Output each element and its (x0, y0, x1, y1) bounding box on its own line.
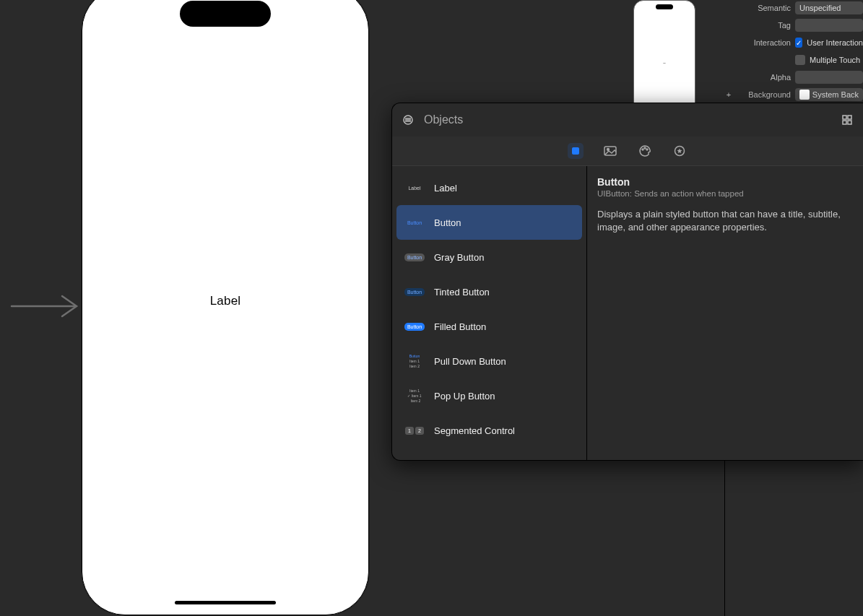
library-item-text: Filled Button (434, 321, 486, 332)
segmented-thumb-icon: 12 (404, 420, 425, 441)
library-item-text: Gray Button (434, 252, 484, 263)
inspector-background-field[interactable]: System Back (795, 88, 863, 101)
svg-point-13 (644, 147, 646, 149)
library-item-popup-button[interactable]: Item 1✓ Item 1 Item 2 Pop Up Button (396, 378, 582, 413)
library-detail-title: Button (597, 176, 853, 188)
button-thumb-icon: Button (404, 212, 425, 233)
inspector-user-interaction-text: User Interaction (807, 38, 863, 47)
library-item-text: Pop Up Button (434, 391, 495, 402)
library-item-tinted-button[interactable]: Button Tinted Button (396, 274, 582, 309)
tinted-button-thumb-icon: Button (404, 281, 425, 303)
object-library: Objects Label Label B (391, 103, 863, 461)
library-item-pulldown-button[interactable]: ButtonItem 1Item 2 Pull Down Button (396, 344, 582, 378)
inspector-background-value: System Back (812, 90, 859, 99)
inspector-tag-label: Tag (733, 21, 795, 30)
inspector-alpha-field[interactable] (795, 71, 863, 84)
inspector-semantic-label: Semantic (733, 4, 795, 12)
preview-label: -- (634, 61, 695, 65)
add-background-button[interactable]: + (724, 90, 733, 99)
filter-media-icon[interactable] (602, 143, 618, 159)
gray-button-thumb-icon: Button (404, 246, 425, 268)
home-indicator (175, 601, 276, 604)
popup-thumb-icon: Item 1✓ Item 1 Item 2 (404, 385, 425, 407)
device-canvas[interactable]: Label (82, 0, 369, 615)
check-icon: ✓ (795, 38, 802, 48)
library-item-label[interactable]: Label Label (396, 170, 582, 205)
inspector-multiple-touch-checkbox[interactable]: Multiple Touch (795, 55, 863, 65)
svg-point-12 (642, 149, 643, 150)
library-item-filled-button[interactable]: Button Filled Button (396, 309, 582, 344)
inspector-semantic-field[interactable]: Unspecified (795, 1, 863, 14)
filter-objects-icon[interactable] (568, 143, 584, 159)
library-grid-view-icon[interactable] (841, 114, 853, 126)
checkbox-empty-icon (795, 55, 805, 65)
library-detail-panel: Button UIButton: Sends an action when ta… (587, 166, 863, 460)
filled-button-thumb-icon: Button (404, 316, 425, 337)
svg-rect-5 (843, 116, 846, 119)
library-item-text: Pull Down Button (434, 356, 506, 367)
inspector-interaction-label: Interaction (733, 38, 795, 47)
library-detail-subtitle: UIButton: Sends an action when tapped (597, 189, 853, 198)
filter-color-icon[interactable] (637, 143, 653, 159)
dynamic-island (180, 1, 271, 27)
svg-rect-6 (848, 116, 851, 119)
library-title: Objects (424, 113, 463, 126)
library-item-gray-button[interactable]: Button Gray Button (396, 240, 582, 274)
library-item-text: Button (434, 217, 461, 228)
canvas-scroll-arrow (10, 295, 82, 318)
library-item-segmented-control[interactable]: 12 Segmented Control (396, 413, 582, 448)
library-item-text: Segmented Control (434, 425, 515, 436)
inspector-background-label: Background (733, 90, 795, 99)
pulldown-thumb-icon: ButtonItem 1Item 2 (404, 350, 425, 372)
inspector-user-interaction-checkbox[interactable]: ✓ User Interaction (795, 38, 863, 48)
library-item-button[interactable]: Button Button (396, 205, 582, 240)
canvas-uilabel[interactable]: Label (210, 294, 241, 308)
color-swatch-white (799, 90, 810, 100)
library-menu-icon[interactable] (402, 114, 414, 126)
svg-rect-9 (572, 147, 579, 155)
library-detail-description: Displays a plain styled button that can … (597, 208, 853, 233)
svg-point-14 (646, 149, 648, 150)
inspector-tag-field[interactable] (795, 19, 863, 32)
library-item-text: Label (434, 183, 457, 194)
canvas-preview-thumbnail[interactable]: -- (628, 0, 701, 101)
filter-snippets-icon[interactable] (672, 143, 688, 159)
svg-rect-8 (848, 121, 851, 124)
svg-point-11 (607, 149, 610, 151)
svg-rect-7 (843, 121, 846, 124)
inspector-alpha-label: Alpha (733, 73, 795, 82)
library-item-list[interactable]: Label Label Button Button Button Gray Bu… (392, 166, 587, 460)
inspector-multiple-touch-text: Multiple Touch (810, 56, 860, 64)
label-thumb-icon: Label (404, 177, 425, 199)
library-filter-bar (392, 136, 863, 165)
library-item-text: Tinted Button (434, 287, 490, 298)
